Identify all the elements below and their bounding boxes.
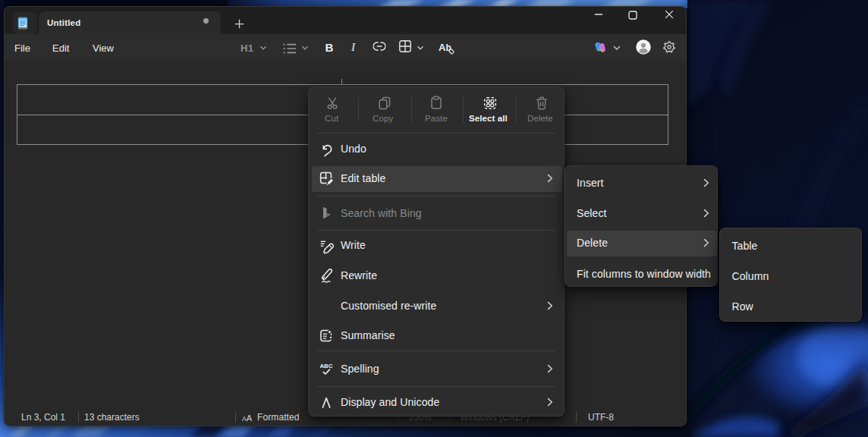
svg-text:ABC: ABC	[319, 363, 332, 369]
